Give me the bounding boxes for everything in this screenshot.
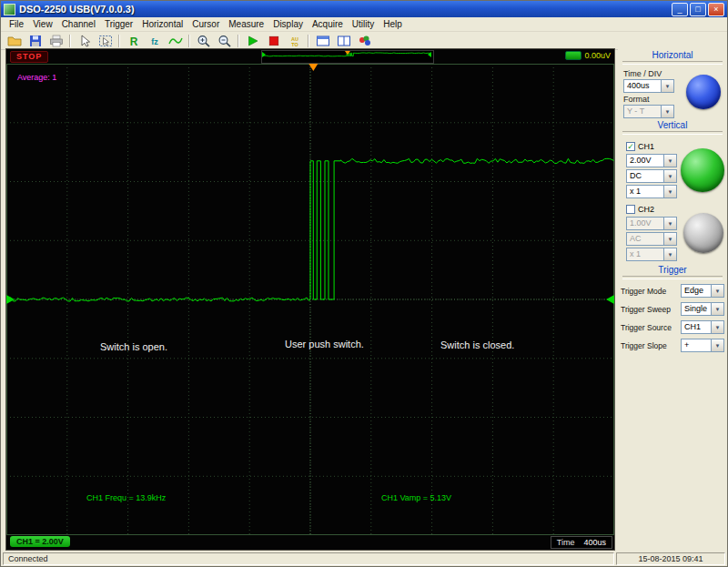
time-label: Time	[557, 538, 575, 547]
print-button[interactable]	[46, 32, 66, 49]
window-split-button[interactable]	[333, 32, 354, 49]
ch1-position-marker[interactable]	[6, 295, 15, 304]
menu-acquire[interactable]: Acquire	[308, 18, 348, 30]
trigger-row: Trigger Slope+▼	[621, 339, 724, 352]
trigger-slope-select[interactable]: +▼	[681, 339, 724, 352]
auto-scale-button[interactable]: AUTO	[284, 32, 305, 49]
connection-status: Connected	[3, 552, 614, 565]
ch2-checkbox[interactable]	[626, 205, 635, 214]
time-value: 400us	[583, 538, 606, 547]
control-panel: Horizontal Time / DIV 400us ▼ Format Y -…	[618, 48, 727, 551]
ch1-position-knob[interactable]	[681, 148, 724, 192]
save-button[interactable]	[25, 32, 46, 49]
dropdown-arrow-icon[interactable]: ▼	[661, 80, 673, 92]
maximize-button[interactable]: □	[690, 3, 706, 16]
trigger-level-value: 0.00uV	[584, 51, 611, 60]
dropdown-arrow-icon[interactable]: ▼	[663, 233, 676, 245]
title-bar[interactable]: DSO-2250 USB(V7.0.0.3) _ □ ×	[1, 1, 727, 17]
menu-file[interactable]: File	[5, 18, 28, 30]
dropdown-arrow-icon[interactable]: ▼	[663, 155, 676, 167]
math-fft-button[interactable]: fz	[144, 32, 165, 49]
ch1-volt-select[interactable]: 2.00V▼	[626, 154, 677, 167]
time-div-select[interactable]: 400us ▼	[623, 79, 674, 93]
trigger-level-marker[interactable]	[606, 295, 614, 304]
menu-view[interactable]: View	[28, 18, 57, 30]
divider	[622, 131, 723, 135]
ch1-checkbox[interactable]: ✓	[626, 142, 635, 151]
run-state-badge: STOP	[10, 51, 48, 63]
dropdown-arrow-icon[interactable]: ▼	[663, 248, 676, 260]
menu-channel[interactable]: Channel	[57, 18, 100, 30]
ch1-scale-badge: CH1 = 2.00V	[10, 536, 70, 547]
divider	[622, 61, 723, 65]
preview-left-marker[interactable]	[262, 52, 266, 57]
dropdown-arrow-icon[interactable]: ▼	[711, 285, 723, 297]
dropdown-arrow-icon[interactable]: ▼	[663, 186, 676, 197]
menu-cursor[interactable]: Cursor	[187, 18, 224, 30]
ch2-position-knob[interactable]	[683, 213, 723, 253]
ch2-coupling-select[interactable]: AC▼	[626, 232, 677, 246]
measurement-frequency: CH1 Frequ = 13.9kHz	[86, 493, 166, 502]
toolbar-separator	[238, 35, 239, 47]
run-button[interactable]	[242, 32, 263, 49]
measurement-vamp: CH1 Vamp = 5.13V	[381, 493, 451, 502]
menu-help[interactable]: Help	[379, 18, 407, 30]
ch1-coupling-select[interactable]: DC▼	[626, 169, 677, 183]
zoom-select-button[interactable]	[95, 32, 116, 49]
trigger-source-label: Trigger Source	[621, 323, 672, 332]
status-bar: Connected 15-08-2015 09:41	[1, 552, 727, 566]
trigger-mode-select[interactable]: Edge▼	[681, 284, 724, 298]
menu-measure[interactable]: Measure	[224, 18, 268, 30]
autoset-button[interactable]: R	[123, 32, 144, 49]
trigger-slope-label: Trigger Slope	[621, 341, 667, 350]
trigger-level-readout: 0.00uV	[565, 51, 611, 60]
horizontal-position-knob[interactable]	[686, 75, 721, 109]
menu-horizontal[interactable]: Horizontal	[137, 18, 187, 30]
menu-trigger[interactable]: Trigger	[100, 18, 137, 30]
trigger-group-title: Trigger	[621, 265, 724, 275]
trigger-level-icon	[565, 51, 581, 60]
app-window: DSO-2250 USB(V7.0.0.3) _ □ × FileViewCha…	[0, 0, 728, 567]
trigger-mode-label: Trigger Mode	[621, 287, 666, 296]
annotation-switch-open: Switch is open.	[100, 341, 167, 352]
format-select[interactable]: Y - T ▼	[623, 105, 674, 118]
trigger-source-select[interactable]: CH1▼	[681, 320, 724, 334]
window-layout-button[interactable]	[312, 32, 333, 49]
minimize-button[interactable]: _	[672, 3, 688, 16]
time-div-label: Time / DIV	[623, 69, 678, 78]
ch1-label: CH1	[638, 142, 654, 151]
horizontal-group-title: Horizontal	[621, 50, 724, 60]
stop-button[interactable]	[263, 32, 284, 49]
color-palette-button[interactable]	[354, 32, 375, 49]
dropdown-arrow-icon[interactable]: ▼	[663, 218, 676, 229]
svg-text:fz: fz	[151, 37, 158, 46]
ch1-probe-select[interactable]: x 1▼	[626, 185, 677, 198]
trigger-row: Trigger SourceCH1▼	[621, 320, 724, 334]
trigger-sweep-select[interactable]: Single▼	[681, 302, 724, 316]
toolbar-separator	[118, 35, 120, 47]
annotation-switch-closed: Switch is closed.	[440, 339, 514, 350]
close-button[interactable]: ×	[708, 3, 724, 16]
menu-utility[interactable]: Utility	[348, 18, 379, 30]
ch2-probe-select[interactable]: x 1▼	[626, 248, 677, 261]
dropdown-arrow-icon[interactable]: ▼	[711, 339, 723, 351]
cursor-button[interactable]	[74, 32, 95, 49]
zoom-out-button[interactable]	[214, 32, 235, 49]
trigger-group: Trigger Trigger ModeEdge▼Trigger SweepSi…	[621, 265, 724, 352]
average-label: Average: 1	[17, 73, 56, 82]
scope-top-strip: STOP 0.00uV	[6, 49, 614, 64]
open-button[interactable]	[4, 32, 25, 49]
waveform-plot	[6, 64, 614, 535]
timebase-badge: Time400us	[551, 536, 612, 549]
toolbar: RfzAUTO	[1, 32, 727, 50]
record-preview[interactable]	[261, 50, 434, 64]
horizontal-group: Horizontal Time / DIV 400us ▼ Format Y -…	[621, 50, 724, 118]
dropdown-arrow-icon[interactable]: ▼	[711, 303, 723, 315]
waveform-button[interactable]	[165, 32, 186, 49]
dropdown-arrow-icon[interactable]: ▼	[661, 106, 673, 117]
ch2-volt-select[interactable]: 1.00V▼	[626, 217, 677, 230]
dropdown-arrow-icon[interactable]: ▼	[663, 170, 676, 182]
menu-display[interactable]: Display	[268, 18, 308, 30]
zoom-in-button[interactable]	[193, 32, 214, 49]
dropdown-arrow-icon[interactable]: ▼	[711, 321, 723, 333]
